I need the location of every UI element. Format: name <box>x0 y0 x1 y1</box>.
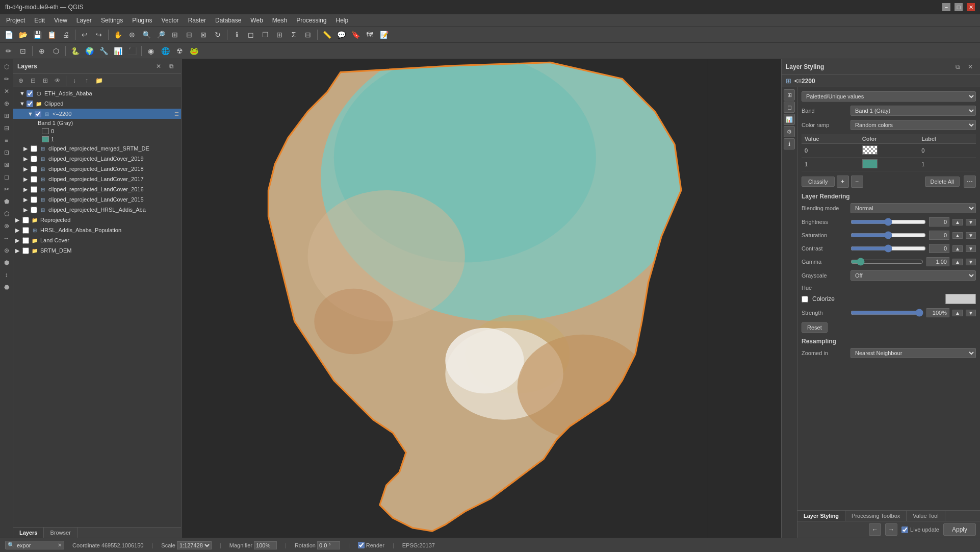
tab-processing-toolbox[interactable]: Processing Toolbox <box>845 511 907 521</box>
zoom-in-btn[interactable]: 🔍 <box>140 28 153 41</box>
expand-le2200[interactable]: ▼ <box>28 111 34 117</box>
menu-raster[interactable]: Raster <box>184 16 210 25</box>
layer-item-srtm[interactable]: ▶ ⊞ clipped_reprojected_merged_SRTM_DE <box>13 143 181 154</box>
menu-project[interactable]: Project <box>2 16 29 25</box>
tool6[interactable]: ⊟ <box>1 122 12 134</box>
save-project-btn[interactable]: 💾 <box>31 28 44 41</box>
gamma-down[interactable]: ▼ <box>966 259 976 265</box>
tool8[interactable]: ⊡ <box>1 147 12 158</box>
brightness-value[interactable] <box>929 217 949 227</box>
menu-settings[interactable]: Settings <box>97 16 127 25</box>
layer-toggle-btn[interactable]: 👁 <box>52 76 63 86</box>
expand-eth[interactable]: ▼ <box>19 90 25 96</box>
brightness-slider[interactable] <box>850 218 926 226</box>
blending-mode-select[interactable]: NormalMultiplyScreenOverlayDarkenLighten <box>850 203 976 213</box>
forward-btn[interactable]: → <box>885 523 897 536</box>
undo-btn[interactable]: ↩ <box>78 28 91 41</box>
stats-btn[interactable]: Σ <box>287 28 300 41</box>
contrast-value[interactable] <box>929 244 949 253</box>
zoom-full-btn[interactable]: ⊞ <box>168 28 182 41</box>
tool13[interactable]: ⬠ <box>1 208 12 219</box>
tool3[interactable]: ✕ <box>1 86 12 97</box>
select-btn[interactable]: ◻ <box>244 28 257 41</box>
plugin3-btn[interactable]: 🔧 <box>97 44 110 58</box>
styling-float-btn[interactable]: ⧉ <box>952 62 963 72</box>
check-hrsl[interactable] <box>31 207 37 213</box>
more-options-btn[interactable]: ⋯ <box>964 175 976 188</box>
layer-item-hrsl[interactable]: ▶ ⊞ clipped_reprojected_HRSL_Addis_Aba <box>13 205 181 215</box>
tool18[interactable]: ↕ <box>1 269 12 281</box>
gamma-up[interactable]: ▲ <box>952 259 963 265</box>
tool19[interactable]: ⬣ <box>1 282 12 293</box>
check-lc2019[interactable] <box>31 156 37 162</box>
georef-btn[interactable]: ◉ <box>144 44 158 58</box>
layer-item-band1[interactable]: Band 1 (Gray) <box>13 119 181 127</box>
deselect-btn[interactable]: ☐ <box>259 28 272 41</box>
saturation-slider[interactable] <box>850 231 926 239</box>
check-eth[interactable] <box>27 90 33 97</box>
colorize-swatch[interactable] <box>945 294 976 304</box>
menu-help[interactable]: Help <box>332 16 353 25</box>
label-0[interactable]: 0 <box>918 144 976 158</box>
expand-clipped[interactable]: ▼ <box>19 101 25 107</box>
check-lc2018[interactable] <box>31 166 37 172</box>
color-0[interactable] <box>859 144 918 158</box>
layer-item-reprojected[interactable]: ▶ 📁 Reprojected <box>13 215 181 225</box>
contrast-up[interactable]: ▲ <box>952 245 963 252</box>
color-1[interactable] <box>859 158 918 171</box>
check-srtmdem[interactable] <box>22 247 29 254</box>
strength-value[interactable] <box>926 308 949 317</box>
menu-database[interactable]: Database <box>211 16 245 25</box>
remove-class-btn[interactable]: − <box>851 175 863 188</box>
apply-button[interactable]: Apply <box>943 523 976 536</box>
tool5[interactable]: ⊞ <box>1 110 12 121</box>
measure-btn[interactable]: 📏 <box>320 28 333 41</box>
expand-reprojected[interactable]: ▶ <box>15 217 21 223</box>
calc-btn[interactable]: ⊟ <box>301 28 315 41</box>
expand-landcover[interactable]: ▶ <box>15 237 21 244</box>
layer-item-clipped[interactable]: ▼ 📁 Clipped <box>13 98 181 109</box>
check-lc2016[interactable] <box>31 186 37 193</box>
gamma-value[interactable] <box>926 257 949 266</box>
minimize-button[interactable]: − <box>942 3 950 11</box>
redo-btn[interactable]: ↪ <box>92 28 106 41</box>
brightness-up[interactable]: ▲ <box>952 219 963 225</box>
layer-item-landcover[interactable]: ▶ 📁 Land Cover <box>13 235 181 245</box>
check-srtm[interactable] <box>31 145 37 152</box>
strength-up[interactable]: ▲ <box>952 310 963 316</box>
reset-button[interactable]: Reset <box>802 322 828 333</box>
layer-item-le2200[interactable]: ▼ ⊞ <=2200 ☰ <box>13 109 181 119</box>
pan-btn[interactable]: ✋ <box>111 28 124 41</box>
add-layer-btn[interactable]: ⊕ <box>15 76 27 86</box>
layer-item-lc2015[interactable]: ▶ ⊞ clipped_reprojected_LandCover_2015 <box>13 194 181 205</box>
new-map-btn[interactable]: 🗺 <box>363 28 376 41</box>
tool10[interactable]: ◻ <box>1 171 12 183</box>
refresh-btn[interactable]: ↻ <box>211 28 224 41</box>
tab-layer-styling[interactable]: Layer Styling <box>797 511 845 521</box>
edit-node-btn[interactable]: ⊡ <box>16 44 30 58</box>
magnifier-input[interactable] <box>254 541 277 549</box>
tool12[interactable]: ⬟ <box>1 196 12 207</box>
identify-btn[interactable]: ℹ <box>230 28 243 41</box>
menu-mesh[interactable]: Mesh <box>268 16 291 25</box>
contrast-slider[interactable] <box>850 244 926 253</box>
expand-srtm[interactable]: ▶ <box>23 145 30 152</box>
expand-srtmdem[interactable]: ▶ <box>15 247 21 254</box>
layer-filter-btn[interactable]: ⊞ <box>40 76 51 86</box>
print-btn[interactable]: 🖨 <box>59 28 72 41</box>
strength-slider[interactable] <box>850 309 923 317</box>
menu-vector[interactable]: Vector <box>158 16 183 25</box>
layers-float-btn[interactable]: ⧉ <box>166 61 177 71</box>
zoom-out-btn[interactable]: 🔎 <box>154 28 167 41</box>
safecast-btn[interactable]: ☢ <box>173 44 186 58</box>
zoom-selection-btn[interactable]: ⊠ <box>197 28 210 41</box>
layer-item-lc2017[interactable]: ▶ ⊞ clipped_reprojected_LandCover_2017 <box>13 174 181 184</box>
annotation-btn[interactable]: 📝 <box>377 28 391 41</box>
check-lc2017[interactable] <box>31 176 37 183</box>
check-population[interactable] <box>22 227 29 234</box>
remove-layer-btn[interactable]: ⊟ <box>28 76 39 86</box>
gamma-slider[interactable] <box>850 258 923 266</box>
menu-plugins[interactable]: Plugins <box>128 16 156 25</box>
check-reprojected[interactable] <box>22 217 29 223</box>
saturation-value[interactable] <box>929 231 949 240</box>
